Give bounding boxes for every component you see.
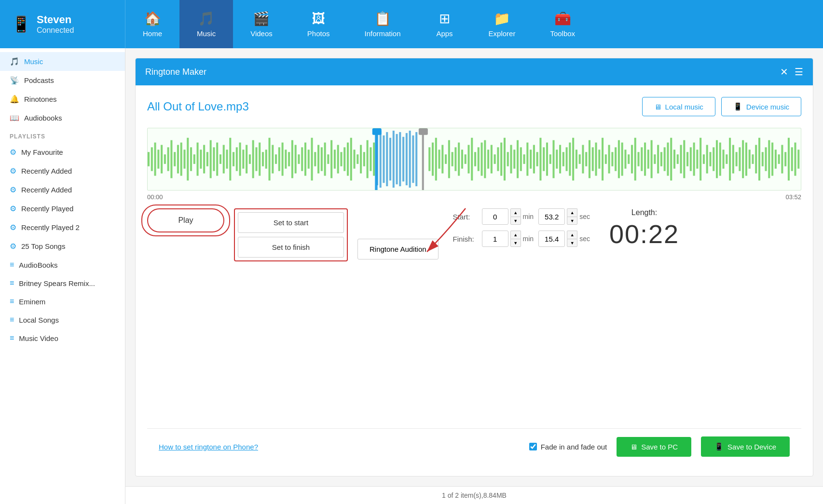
svg-rect-97 bbox=[474, 152, 476, 166]
svg-rect-143 bbox=[624, 150, 626, 168]
svg-rect-200 bbox=[419, 128, 428, 135]
svg-rect-35 bbox=[262, 152, 264, 166]
svg-rect-69 bbox=[373, 143, 375, 176]
play-button[interactable]: Play bbox=[147, 208, 224, 232]
playlists-header: PLAYLISTS bbox=[0, 127, 125, 143]
sidebar-item-audiobooks[interactable]: 📖 Audiobooks bbox=[0, 109, 125, 127]
tab-home[interactable]: 🏠 Home bbox=[125, 0, 179, 48]
svg-rect-125 bbox=[566, 147, 568, 171]
sidebar-item-local-songs[interactable]: ≡ Local Songs bbox=[0, 311, 125, 329]
device-status: Connected bbox=[37, 26, 74, 35]
svg-rect-177 bbox=[736, 152, 738, 166]
finish-sec-down[interactable]: ▼ bbox=[567, 239, 577, 247]
start-min-input[interactable] bbox=[482, 208, 508, 225]
svg-rect-53 bbox=[321, 147, 323, 171]
sidebar-item-eminem[interactable]: ≡ Eminem bbox=[0, 292, 125, 311]
svg-rect-25 bbox=[229, 138, 231, 181]
svg-rect-83 bbox=[428, 147, 430, 171]
svg-rect-152 bbox=[654, 154, 656, 164]
tab-photos[interactable]: 🖼 Photos bbox=[290, 0, 347, 48]
start-sec-down[interactable]: ▼ bbox=[567, 217, 577, 225]
sidebar-item-recently-played-2[interactable]: ⚙ Recently Played 2 bbox=[0, 218, 125, 237]
svg-rect-34 bbox=[259, 143, 261, 176]
svg-rect-50 bbox=[311, 138, 313, 181]
start-min-up[interactable]: ▲ bbox=[510, 208, 521, 217]
tab-toolbox[interactable]: 🧰 Toolbox bbox=[533, 0, 592, 48]
tab-videos[interactable]: 🎬 Videos bbox=[233, 0, 290, 48]
finish-min-spinner: ▲ ▼ bbox=[510, 231, 521, 247]
length-label: Length: bbox=[631, 208, 657, 217]
svg-rect-159 bbox=[677, 154, 679, 164]
finish-min-down[interactable]: ▼ bbox=[510, 239, 521, 247]
svg-rect-111 bbox=[520, 147, 522, 171]
tab-apps[interactable]: ⊞ Apps bbox=[418, 0, 471, 48]
waveform-container[interactable]: // Can't run script in SVG directly, inl… bbox=[147, 128, 801, 191]
start-min-down[interactable]: ▼ bbox=[510, 217, 521, 225]
svg-rect-77 bbox=[399, 132, 401, 186]
sidebar-item-recently-played[interactable]: ⚙ Recently Played bbox=[0, 199, 125, 218]
photos-icon: 🖼 bbox=[312, 11, 325, 27]
svg-rect-66 bbox=[363, 152, 365, 166]
svg-rect-163 bbox=[690, 147, 692, 171]
sidebar: 🎵 Music 📡 Podcasts 🔔 Rinotones 📖 Audiobo… bbox=[0, 48, 125, 504]
svg-rect-109 bbox=[513, 150, 515, 168]
save-to-pc-button[interactable]: 🖥 Save to PC bbox=[617, 437, 691, 457]
svg-rect-176 bbox=[732, 145, 734, 173]
sidebar-item-recently-added-2[interactable]: ⚙ Recently Added bbox=[0, 180, 125, 199]
svg-rect-23 bbox=[223, 145, 225, 173]
svg-rect-22 bbox=[219, 154, 221, 164]
finish-min-up[interactable]: ▲ bbox=[510, 231, 521, 239]
ringtone-icon: 🔔 bbox=[10, 95, 19, 104]
help-link[interactable]: How to set ringtone on Phone? bbox=[159, 443, 258, 451]
library-music-video: Music Video bbox=[19, 334, 58, 342]
svg-rect-180 bbox=[745, 143, 747, 176]
finish-sec-input[interactable] bbox=[538, 231, 565, 247]
close-button[interactable]: ✕ bbox=[777, 65, 791, 79]
svg-rect-17 bbox=[203, 145, 205, 173]
svg-rect-189 bbox=[775, 150, 777, 168]
sidebar-item-ringtones[interactable]: 🔔 Rinotones bbox=[0, 90, 125, 109]
svg-rect-187 bbox=[768, 140, 770, 178]
device-music-button[interactable]: 📱 Device music bbox=[721, 97, 801, 116]
sidebar-item-britney[interactable]: ≡ Britney Spears Remix... bbox=[0, 274, 125, 292]
local-music-button[interactable]: 🖥 Local music bbox=[642, 97, 715, 116]
set-to-finish-button[interactable]: Set to finish bbox=[238, 237, 344, 258]
svg-rect-61 bbox=[347, 143, 349, 176]
svg-rect-78 bbox=[402, 137, 404, 182]
sidebar-item-25-top-songs[interactable]: ⚙ 25 Top Songs bbox=[0, 237, 125, 256]
finish-sec-spinner: ▲ ▼ bbox=[567, 231, 577, 247]
sidebar-item-my-favourite[interactable]: ⚙ My Favourite bbox=[0, 143, 125, 162]
save-to-device-button[interactable]: 📱 Save to Device bbox=[701, 436, 790, 457]
ringtone-audition-button[interactable]: Ringtone Audition bbox=[357, 239, 439, 259]
svg-rect-67 bbox=[367, 140, 369, 178]
set-to-start-button[interactable]: Set to start bbox=[238, 212, 344, 233]
svg-rect-57 bbox=[334, 150, 336, 168]
tab-music[interactable]: 🎵 Music bbox=[179, 0, 233, 48]
svg-rect-132 bbox=[589, 140, 590, 178]
start-sec-input[interactable] bbox=[538, 208, 565, 225]
tab-explorer[interactable]: 📁 Explorer bbox=[471, 0, 533, 48]
tab-information[interactable]: 📋 Information bbox=[347, 0, 418, 48]
start-sec-up[interactable]: ▲ bbox=[567, 208, 577, 217]
svg-rect-95 bbox=[467, 145, 469, 173]
length-display: Length: 00:22 bbox=[609, 208, 679, 249]
sidebar-item-podcasts[interactable]: 📡 Podcasts bbox=[0, 71, 125, 90]
device-info: 📱 Steven Connected bbox=[0, 0, 125, 48]
svg-rect-165 bbox=[696, 150, 698, 168]
finish-sec-up[interactable]: ▲ bbox=[567, 231, 577, 239]
menu-button[interactable]: ☰ bbox=[795, 65, 803, 79]
start-label: Start: bbox=[453, 213, 477, 221]
svg-rect-108 bbox=[510, 145, 512, 173]
main-layout: 🎵 Music 📡 Podcasts 🔔 Rinotones 📖 Audiobo… bbox=[0, 48, 823, 504]
fade-checkbox[interactable] bbox=[529, 443, 537, 450]
sidebar-item-recently-added-1[interactable]: ⚙ Recently Added bbox=[0, 162, 125, 180]
svg-rect-42 bbox=[285, 150, 287, 168]
sidebar-item-audiobooks-lib[interactable]: ≡ AudioBooks bbox=[0, 256, 125, 274]
rm-top-row: All Out of Love.mp3 🖥 Local music 📱 Devi… bbox=[147, 97, 801, 116]
sidebar-item-music-video[interactable]: ≡ Music Video bbox=[0, 329, 125, 347]
svg-rect-98 bbox=[478, 147, 480, 171]
svg-rect-31 bbox=[249, 154, 251, 164]
finish-min-input[interactable] bbox=[482, 231, 508, 247]
svg-rect-150 bbox=[647, 150, 649, 168]
sidebar-item-music[interactable]: 🎵 Music bbox=[0, 52, 125, 71]
